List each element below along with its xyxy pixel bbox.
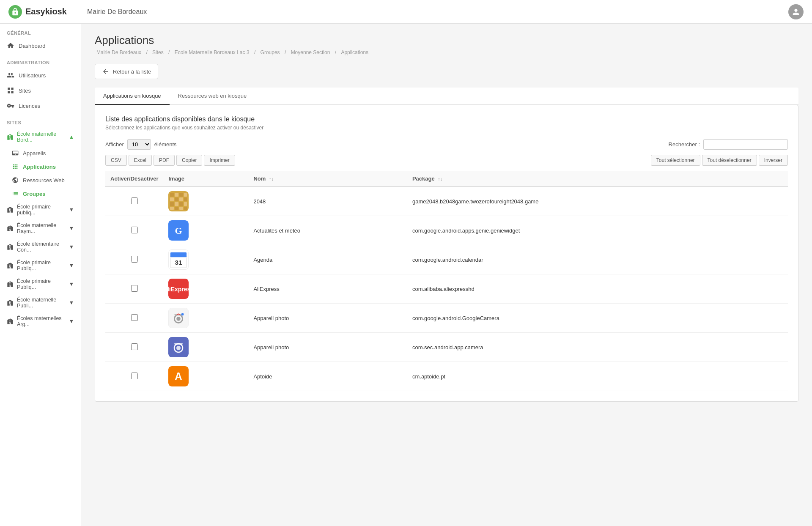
app-package-aliexpress: com.alibaba.aliexpresshd — [412, 286, 475, 292]
grid-icon — [7, 87, 14, 94]
list-icon — [12, 190, 19, 197]
row-checkbox-appareil-photo-1[interactable] — [131, 314, 138, 321]
applications-table: Activer/Désactiver Image Nom ↑↓ Package … — [105, 171, 788, 391]
sidebar-item-ecole-primaire-publiq2[interactable]: École primaire Publiq... ▼ — [0, 256, 81, 275]
btn-excel[interactable]: Excel — [129, 155, 152, 166]
btn-tout-deselectionner[interactable]: Tout déselectionner — [702, 155, 757, 166]
sidebar-item-sites[interactable]: Sites — [0, 83, 81, 98]
tab-web-resources[interactable]: Ressources web en kiosque — [170, 88, 255, 105]
lock-icon — [11, 8, 19, 16]
row-image-cell: G — [163, 216, 248, 245]
sidebar-subitem-applications[interactable]: Applications — [0, 160, 81, 173]
show-label: Afficher — [105, 141, 124, 148]
building-icon-7 — [7, 318, 14, 325]
btn-inverser[interactable]: Inverser — [759, 155, 788, 166]
row-checkbox-2048[interactable] — [131, 197, 138, 204]
row-checkbox-cell — [105, 216, 163, 245]
btn-csv[interactable]: CSV — [105, 155, 127, 166]
apps-icon — [12, 163, 19, 170]
main-content: Applications Mairie De Bordeaux / Sites … — [81, 24, 812, 526]
app-package-appareil-photo-1: com.google.android.GoogleCamera — [412, 315, 499, 321]
btn-tout-selectionner[interactable]: Tout sélectionner — [651, 155, 700, 166]
sidebar-item-ecole-maternelle-publi[interactable]: École maternelle Publi... ▼ — [0, 293, 81, 312]
sidebar-section-general: GÉNÉRAL — [0, 24, 81, 38]
app-icon-aliexpress: AliExpress — [168, 279, 189, 299]
btn-copier[interactable]: Copier — [176, 155, 202, 166]
sidebar-item-ecole-maternelle-bord[interactable]: École maternelle Bord... ▲ — [0, 128, 81, 146]
row-checkbox-actualites-meteo[interactable] — [131, 227, 138, 233]
sidebar-item-ecole-elementaire-con[interactable]: École élémentaire Con... ▼ — [0, 238, 81, 256]
breadcrumb-item-3: Groupes — [261, 49, 280, 55]
sidebar-item-ecole-primaire-publiq3[interactable]: École primaire Publiq... ▼ — [0, 275, 81, 293]
sidebar-subitem-appareils[interactable]: Appareils — [0, 146, 81, 160]
logo-icon — [8, 5, 22, 19]
svg-rect-4 — [184, 193, 187, 197]
entries-select[interactable]: 10 25 50 100 — [127, 139, 151, 150]
svg-text:A: A — [175, 370, 182, 382]
col-package: Package ↑↓ — [407, 171, 788, 187]
sort-package-icon[interactable]: ↑↓ — [438, 176, 442, 181]
building-icon-4 — [7, 262, 14, 269]
breadcrumb-item-0: Mairie De Bordeaux — [96, 49, 141, 55]
topbar: Easykiosk Mairie De Bordeaux — [0, 0, 812, 24]
btn-imprimer[interactable]: Imprimer — [204, 155, 235, 166]
app-package-2048: game2048.b2048game.twozerofoureight2048.… — [412, 198, 539, 205]
svg-rect-33 — [174, 343, 183, 345]
sidebar-subitem-ressources-web-label: Ressources Web — [23, 177, 65, 184]
sidebar-site-item-label: École maternelle Bord... — [17, 131, 66, 143]
sidebar-item-utilisateurs[interactable]: Utilisateurs — [0, 68, 81, 83]
row-name-cell: Actualités et météo — [248, 216, 407, 245]
svg-rect-14 — [175, 207, 178, 210]
breadcrumb-sep-3: / — [285, 49, 288, 55]
user-avatar[interactable] — [788, 4, 804, 19]
row-package-cell: com.alibaba.aliexpresshd — [407, 274, 788, 304]
sidebar-item-licences[interactable]: Licences — [0, 98, 81, 113]
app-icon-2048 — [168, 191, 189, 211]
row-package-cell: com.google.android.calendar — [407, 245, 788, 274]
back-button[interactable]: Retour à la liste — [95, 64, 158, 79]
app-icon-appareil-photo-2 — [168, 337, 189, 357]
tab-kiosk-apps[interactable]: Applications en kiosque — [95, 88, 170, 105]
sidebar-item-ecole-primaire-publiq1[interactable]: École primaire publiq... ▼ — [0, 200, 81, 219]
row-package-cell: com.google.android.apps.genie.geniewidge… — [407, 216, 788, 245]
card-title: Liste des applications disponibles dans … — [105, 115, 788, 123]
breadcrumb-sep-0: / — [146, 49, 149, 55]
svg-rect-13 — [170, 207, 174, 210]
sidebar-item-dashboard[interactable]: Dashboard — [0, 38, 81, 53]
chevron-up-icon: ▲ — [69, 134, 74, 140]
app-icon-actualites-meteo: G — [168, 220, 189, 241]
svg-point-32 — [176, 346, 181, 350]
sidebar-site-label-1: École primaire publiq... — [17, 204, 66, 216]
row-checkbox-agenda[interactable] — [131, 256, 138, 263]
search-input[interactable] — [703, 139, 788, 150]
sort-nom-icon[interactable]: ↑↓ — [269, 176, 274, 181]
row-name-cell: Appareil photo — [248, 304, 407, 333]
sidebar-subitem-groupes[interactable]: Groupes — [0, 187, 81, 200]
row-checkbox-appareil-photo-2[interactable] — [131, 343, 138, 350]
building-icon-6 — [7, 299, 14, 306]
avatar-icon — [791, 7, 801, 16]
col-activer-desactiver: Activer/Désactiver — [105, 171, 163, 187]
sidebar-section-administration: ADMINISTRATION — [0, 53, 81, 68]
app-name-appareil-photo-1: Appareil photo — [253, 315, 289, 321]
row-package-cell: com.sec.android.app.camera — [407, 333, 788, 362]
breadcrumb-sep-2: / — [254, 49, 257, 55]
table-controls: Afficher 10 25 50 100 éléments Recherche… — [105, 139, 788, 150]
row-checkbox-aptoide[interactable] — [131, 373, 138, 379]
sidebar-subitem-appareils-label: Appareils — [23, 150, 46, 156]
app-name-aptoide: Aptoide — [253, 373, 272, 380]
sidebar-site-label-2: École maternelle Raym... — [17, 222, 66, 234]
sidebar-item-ecole-maternelle-raym[interactable]: École maternelle Raym... ▼ — [0, 219, 81, 238]
row-package-cell: cm.aptoide.pt — [407, 362, 788, 391]
breadcrumb: Mairie De Bordeaux / Sites / Ecole Mater… — [95, 49, 798, 55]
sidebar-item-ecoles-maternelles-arg[interactable]: Écoles maternelles Arg... ▼ — [0, 312, 81, 331]
row-checkbox-aliexpress[interactable] — [131, 285, 138, 292]
tabs-container: Applications en kiosque Ressources web e… — [95, 88, 798, 105]
key-icon — [7, 102, 14, 110]
btn-pdf[interactable]: PDF — [154, 155, 175, 166]
sidebar-subitem-ressources-web[interactable]: Ressources Web — [0, 173, 81, 187]
row-package-cell: com.google.android.GoogleCamera — [407, 304, 788, 333]
action-buttons: Tout sélectionner Tout déselectionner In… — [651, 155, 788, 166]
page-title: Applications — [95, 34, 798, 47]
svg-rect-1 — [170, 193, 174, 197]
